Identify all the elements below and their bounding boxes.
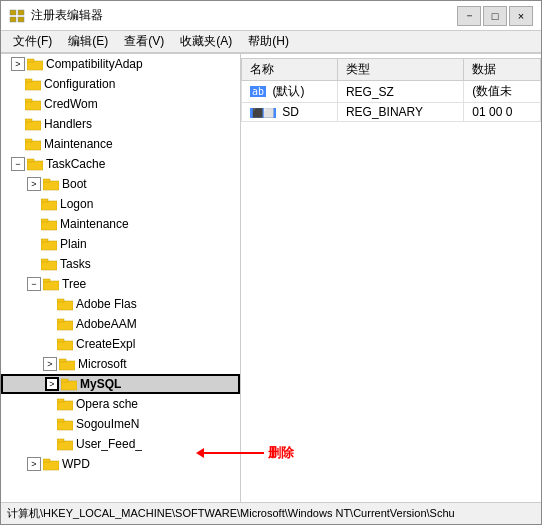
tree-label-logon: Logon	[60, 197, 93, 211]
tree-item-opera[interactable]: Opera sche	[1, 394, 240, 414]
close-button[interactable]: ×	[509, 6, 533, 26]
status-bar: 计算机\HKEY_LOCAL_MACHINE\SOFTWARE\Microsof…	[1, 502, 541, 524]
svg-rect-45	[43, 459, 50, 462]
expand-boot[interactable]: >	[27, 177, 41, 191]
menu-help[interactable]: 帮助(H)	[240, 31, 297, 52]
status-path: 计算机\HKEY_LOCAL_MACHINE\SOFTWARE\Microsof…	[7, 506, 455, 521]
tree-label-sogoulme: SogouImeN	[76, 417, 139, 431]
tree-item-logon[interactable]: Logon	[1, 194, 240, 214]
tree-label-wpd: WPD	[62, 457, 90, 471]
tree-label-plain: Plain	[60, 237, 87, 251]
svg-rect-32	[57, 341, 73, 350]
tree-item-taskcache[interactable]: − TaskCache	[1, 154, 240, 174]
menu-view[interactable]: 查看(V)	[116, 31, 172, 52]
svg-rect-39	[57, 399, 64, 402]
folder-icon-createexpl	[57, 337, 73, 351]
registry-tree[interactable]: > CompatibilityAdap Configuration	[1, 54, 241, 502]
svg-rect-8	[25, 101, 41, 110]
cell-data-default: (数值未	[464, 81, 541, 103]
svg-rect-35	[59, 359, 66, 362]
tree-item-microsoft[interactable]: > Microsoft	[1, 354, 240, 374]
registry-editor-window: 注册表编辑器 － □ × 文件(F) 编辑(E) 查看(V) 收藏夹(A) 帮助…	[0, 0, 542, 525]
svg-rect-42	[57, 441, 73, 450]
folder-icon-microsoft	[59, 357, 75, 371]
svg-rect-21	[41, 219, 48, 222]
col-name: 名称	[242, 59, 338, 81]
tree-item-compat[interactable]: > CompatibilityAdap	[1, 54, 240, 74]
title-bar: 注册表编辑器 － □ ×	[1, 1, 541, 31]
expand-microsoft[interactable]: >	[43, 357, 57, 371]
svg-rect-9	[25, 99, 32, 102]
menu-file[interactable]: 文件(F)	[5, 31, 60, 52]
folder-icon-sogoulme	[57, 417, 73, 431]
tree-label-adobe-flas: Adobe Flas	[76, 297, 137, 311]
svg-rect-5	[27, 59, 34, 62]
tree-item-sogoulme[interactable]: SogouImeN	[1, 414, 240, 434]
svg-rect-37	[61, 379, 68, 382]
svg-rect-41	[57, 419, 64, 422]
tree-label-handlers: Handlers	[44, 117, 92, 131]
expand-tree[interactable]: −	[27, 277, 41, 291]
folder-icon-taskcache	[27, 157, 43, 171]
minimize-button[interactable]: －	[457, 6, 481, 26]
tree-label-adobeaam: AdobeAAM	[76, 317, 137, 331]
expand-taskcache[interactable]: −	[11, 157, 25, 171]
col-type: 类型	[337, 59, 463, 81]
folder-icon-compat	[27, 57, 43, 71]
svg-rect-20	[41, 221, 57, 230]
svg-rect-34	[59, 361, 75, 370]
svg-rect-30	[57, 321, 73, 330]
tree-item-createexpl[interactable]: CreateExpl	[1, 334, 240, 354]
svg-rect-44	[43, 461, 59, 470]
svg-rect-23	[41, 239, 48, 242]
svg-rect-27	[43, 279, 50, 282]
svg-rect-16	[43, 181, 59, 190]
folder-icon-opera	[57, 397, 73, 411]
svg-rect-1	[10, 17, 16, 22]
svg-rect-26	[43, 281, 59, 290]
tree-item-handlers[interactable]: Handlers	[1, 114, 240, 134]
tree-item-credwom[interactable]: CredWom	[1, 94, 240, 114]
folder-icon-logon	[41, 197, 57, 211]
cell-name-default: ab (默认)	[242, 81, 338, 103]
tree-label-credwom: CredWom	[44, 97, 98, 111]
menu-edit[interactable]: 编辑(E)	[60, 31, 116, 52]
menu-favorites[interactable]: 收藏夹(A)	[172, 31, 240, 52]
svg-rect-0	[10, 10, 16, 15]
svg-rect-10	[25, 121, 41, 130]
tree-item-user-feed[interactable]: User_Feed_	[1, 434, 240, 454]
tree-item-boot[interactable]: > Boot	[1, 174, 240, 194]
folder-icon-wpd	[43, 457, 59, 471]
menu-bar: 文件(F) 编辑(E) 查看(V) 收藏夹(A) 帮助(H)	[1, 31, 541, 53]
tree-item-config[interactable]: Configuration	[1, 74, 240, 94]
expand-wpd[interactable]: >	[27, 457, 41, 471]
tree-label-maintenance2: Maintenance	[60, 217, 129, 231]
title-bar-left: 注册表编辑器	[9, 7, 103, 24]
tree-item-adobeaam[interactable]: AdobeAAM	[1, 314, 240, 334]
tree-item-mysql[interactable]: > MySQL	[1, 374, 240, 394]
svg-rect-22	[41, 241, 57, 250]
col-data: 数据	[464, 59, 541, 81]
registry-values-panel: 名称 类型 数据 ab (默认) REG_SZ (数值未	[241, 54, 541, 502]
cell-type-default: REG_SZ	[337, 81, 463, 103]
tree-item-adobe-flas[interactable]: Adobe Flas	[1, 294, 240, 314]
tree-item-tasks[interactable]: Tasks	[1, 254, 240, 274]
tree-item-maintenance2[interactable]: Maintenance	[1, 214, 240, 234]
svg-rect-14	[27, 161, 43, 170]
table-row[interactable]: ab (默认) REG_SZ (数值未	[242, 81, 541, 103]
tree-item-maintenance[interactable]: Maintenance	[1, 134, 240, 154]
tree-label-tree: Tree	[62, 277, 86, 291]
app-icon	[9, 8, 25, 24]
maximize-button[interactable]: □	[483, 6, 507, 26]
expand-compat[interactable]: >	[11, 57, 25, 71]
tree-item-tree[interactable]: − Tree	[1, 274, 240, 294]
folder-icon-handlers	[25, 117, 41, 131]
tree-item-wpd[interactable]: > WPD	[1, 454, 240, 474]
svg-rect-18	[41, 201, 57, 210]
table-row[interactable]: ⬛⬜ SD REG_BINARY 01 00 0	[242, 103, 541, 122]
tree-item-plain[interactable]: Plain	[1, 234, 240, 254]
folder-icon-adobe	[57, 297, 73, 311]
svg-rect-12	[25, 141, 41, 150]
svg-rect-7	[25, 79, 32, 82]
expand-mysql[interactable]: >	[45, 377, 59, 391]
